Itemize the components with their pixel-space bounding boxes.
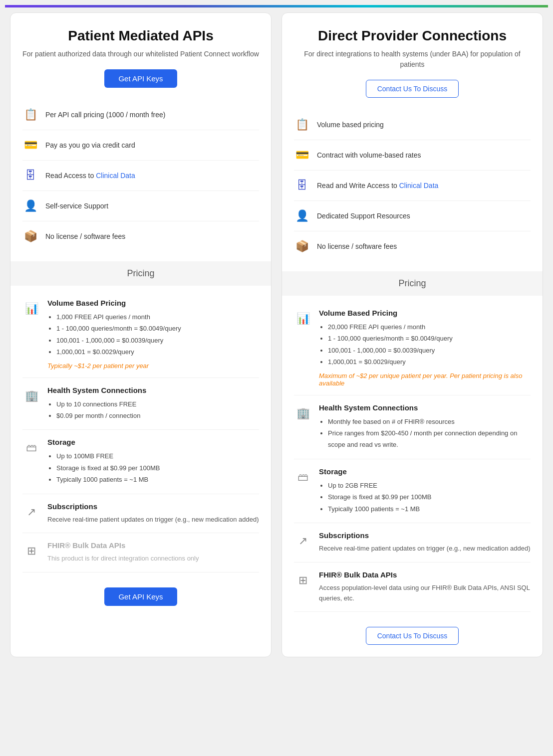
right-pricing-list-item-1-0: Monthly fee based on # of FHIR® resource… (328, 416, 531, 427)
left-pricing-list-item-0-0: 1,000 FREE API queries / month (56, 311, 259, 323)
right-pricing-section-2: 🗃StorageUp to 2GB FREEStorage is fixed a… (294, 459, 531, 523)
left-feature-icon-box: 📦 (22, 228, 38, 244)
left-pricing-icon-share-3: ↗ (22, 503, 40, 521)
left-subtitle: For patient authorized data through our … (22, 49, 259, 59)
left-card: Patient Mediated APIsFor patient authori… (10, 12, 272, 657)
left-feature-text-2: Read Access to Clinical Data (45, 172, 135, 180)
right-pricing-title-1: Health System Connections (319, 403, 531, 412)
right-card: Direct Provider ConnectionsFor direct in… (281, 12, 543, 657)
right-pricing-section-0: 📊Volume Based Pricing20,000 FREE API que… (294, 301, 531, 395)
left-feature-icon-db: 🗄 (22, 168, 38, 184)
right-pricing-content-2: StorageUp to 2GB FREEStorage is fixed at… (319, 467, 531, 515)
right-feature-text-2: Read and Write Access to Clinical Data (317, 182, 438, 189)
right-feature-text-3: Dedicated Support Resources (317, 212, 410, 220)
right-pricing-list-item-0-0: 20,000 FREE API queries / month (328, 321, 531, 333)
left-pricing-icon-storage-2: 🗃 (22, 439, 40, 457)
right-pricing-desc-4: Access population-level data using our F… (319, 583, 531, 604)
left-header: Patient Mediated APIsFor patient authori… (22, 28, 259, 88)
left-features-list: 📋Per API call pricing (1000 / month free… (22, 100, 259, 251)
left-pricing-content-4: FHIR® Bulk Data APIsThis product is for … (47, 541, 259, 564)
page-wrapper: Patient Mediated APIsFor patient authori… (5, 5, 548, 662)
right-cta-button[interactable]: Contact Us To Discuss (366, 80, 459, 98)
right-pricing-title-0: Volume Based Pricing (319, 309, 531, 317)
left-pricing-desc-3: Receive real-time patient updates on tri… (47, 515, 259, 525)
left-footer: Get API Keys (22, 582, 259, 606)
left-pricing-list-item-2-1: Storage is fixed at $0.99 per 100MB (56, 462, 259, 474)
left-feature-text-1: Pay as you go via credit card (45, 141, 135, 149)
left-pricing-icon-building-1: 🏢 (22, 387, 40, 405)
left-pricing-list-1: Up to 10 connections FREE$0.09 per month… (47, 398, 259, 422)
right-feature-item-3: 👤Dedicated Support Resources (294, 201, 531, 231)
right-feature-item-2: 🗄Read and Write Access to Clinical Data (294, 171, 531, 201)
right-clinical-data-link-2[interactable]: Clinical Data (399, 182, 439, 189)
left-feature-item-1: 💳Pay as you go via credit card (22, 130, 259, 161)
right-feature-icon-support: 👤 (294, 208, 310, 224)
left-pricing-section-3: ↗SubscriptionsReceive real-time patient … (22, 494, 259, 534)
left-pricing-list-item-2-0: Up to 100MB FREE (56, 450, 259, 462)
right-feature-icon-clipboard: 📋 (294, 117, 310, 133)
left-clinical-data-link-2[interactable]: Clinical Data (96, 172, 135, 180)
left-pricing-content-1: Health System ConnectionsUp to 10 connec… (47, 386, 259, 422)
left-cta-button[interactable]: Get API Keys (104, 69, 177, 88)
left-pricing-content-3: SubscriptionsReceive real-time patient u… (47, 502, 259, 525)
left-pricing-title-1: Health System Connections (47, 386, 259, 394)
left-pricing-list-item-0-2: 100,001 - 1,000,000 = $0.0039/query (56, 335, 259, 346)
right-feature-text-1: Contract with volume-based rates (317, 151, 421, 159)
left-feature-item-3: 👤Self-service Support (22, 191, 259, 221)
left-pricing-list-item-2-2: Typically 1000 patients = ~1 MB (56, 474, 259, 485)
left-pricing-list-item-1-1: $0.09 per month / connection (56, 410, 259, 421)
left-feature-item-4: 📦No license / software fees (22, 221, 259, 251)
right-pricing-list-item-0-1: 1 - 100,000 queries/month = $0.0049/quer… (328, 333, 531, 344)
left-pricing-content-0: Volume Based Pricing1,000 FREE API queri… (47, 299, 259, 370)
left-feature-item-2: 🗄Read Access to Clinical Data (22, 161, 259, 191)
right-feature-icon-box: 📦 (294, 238, 310, 254)
right-pricing-content-0: Volume Based Pricing20,000 FREE API quer… (319, 309, 531, 387)
right-feature-icon-db: 🗄 (294, 178, 310, 193)
right-pricing-icon-chart-0: 📊 (294, 310, 312, 328)
left-feature-text-3: Self-service Support (45, 202, 108, 210)
right-pricing-section-4: ⊞FHIR® Bulk Data APIsAccess population-l… (294, 563, 531, 612)
right-pricing-title-2: Storage (319, 467, 531, 476)
left-pricing-note-0: Typically ~$1-2 per patient per year (47, 362, 259, 370)
left-feature-item-0: 📋Per API call pricing (1000 / month free… (22, 100, 259, 130)
right-pricing-section-1: 🏢Health System ConnectionsMonthly fee ba… (294, 395, 531, 459)
right-pricing-section-3: ↗SubscriptionsReceive real-time patient … (294, 523, 531, 563)
left-feature-text-0: Per API call pricing (1000 / month free) (45, 111, 165, 119)
left-feature-icon-support: 👤 (22, 198, 38, 214)
left-pricing-desc-4: This product is for direct integration c… (47, 554, 259, 564)
left-pricing-list-item-0-3: 1,000,001 = $0.0029/query (56, 346, 259, 358)
left-feature-icon-card: 💳 (22, 137, 38, 153)
left-pricing-list-0: 1,000 FREE API queries / month1 - 100,00… (47, 311, 259, 358)
right-pricing-list-item-2-0: Up to 2GB FREE (328, 480, 531, 491)
right-header: Direct Provider ConnectionsFor direct in… (294, 28, 531, 98)
left-pricing-icon-grid-4: ⊞ (22, 542, 40, 560)
right-pricing-icon-grid-4: ⊞ (294, 571, 312, 589)
left-pricing-header: Pricing (10, 261, 271, 286)
right-feature-item-1: 💳Contract with volume-based rates (294, 140, 531, 171)
right-footer: Contact Us To Discuss (294, 622, 531, 645)
right-pricing-icon-building-1: 🏢 (294, 404, 312, 422)
right-pricing-note-0: Maximum of ~$2 per unique patient per ye… (319, 372, 531, 387)
left-title: Patient Mediated APIs (22, 28, 259, 44)
right-features-list: 📋Volume based pricing💳Contract with volu… (294, 110, 531, 261)
right-feature-text-4: No license / software fees (317, 242, 397, 250)
right-pricing-list-item-0-3: 1,000,001 = $0.0029/query (328, 356, 531, 368)
right-pricing-icon-share-3: ↗ (294, 532, 312, 550)
right-pricing-header: Pricing (282, 271, 543, 296)
right-pricing-list-2: Up to 2GB FREEStorage is fixed at $0.99 … (319, 480, 531, 515)
right-pricing-list-0: 20,000 FREE API queries / month1 - 100,0… (319, 321, 531, 368)
left-pricing-list-item-0-1: 1 - 100,000 queries/month = $0.0049/quer… (56, 323, 259, 334)
right-title: Direct Provider Connections (294, 28, 531, 44)
right-pricing-desc-3: Receive real-time patient updates on tri… (319, 544, 531, 554)
left-pricing-section-4: ⊞FHIR® Bulk Data APIsThis product is for… (22, 533, 259, 572)
right-pricing-content-3: SubscriptionsReceive real-time patient u… (319, 531, 531, 554)
right-feature-item-4: 📦No license / software fees (294, 231, 531, 261)
left-pricing-section-1: 🏢Health System ConnectionsUp to 10 conne… (22, 378, 259, 430)
right-pricing-list-1: Monthly fee based on # of FHIR® resource… (319, 416, 531, 451)
right-subtitle: For direct integrations to health system… (294, 49, 531, 70)
left-footer-button[interactable]: Get API Keys (104, 587, 177, 606)
right-pricing-list-item-0-2: 100,001 - 1,000,000 = $0.0039/query (328, 345, 531, 356)
left-pricing-icon-chart-0: 📊 (22, 300, 40, 318)
right-pricing-list-item-1-1: Price ranges from $200-450 / month per c… (328, 427, 531, 451)
right-footer-button[interactable]: Contact Us To Discuss (366, 627, 459, 645)
